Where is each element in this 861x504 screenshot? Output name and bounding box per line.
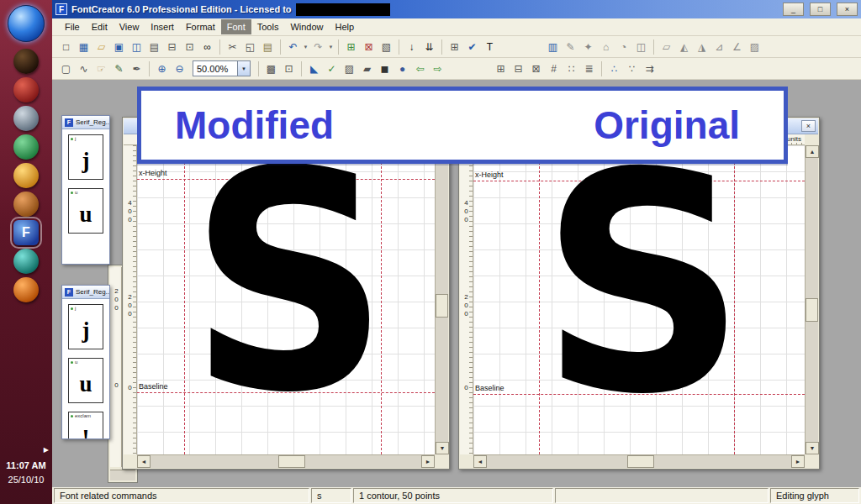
snap-to-metrics-icon[interactable]: ≣ — [580, 60, 598, 77]
redo-icon[interactable]: ↷ — [309, 38, 327, 55]
curve-mode-icon[interactable]: ● — [394, 60, 411, 77]
zoom-in-icon[interactable]: ⊕ — [153, 60, 171, 77]
menu-file[interactable]: File — [59, 19, 86, 34]
taskbar-app-icon-3[interactable] — [13, 106, 39, 131]
font-overview-icon[interactable]: ▦ — [75, 38, 92, 55]
menu-help[interactable]: Help — [330, 19, 361, 34]
resize-grip[interactable] — [435, 454, 448, 468]
glyph-properties-icon[interactable]: ▧ — [378, 38, 395, 55]
sidebar-expand-arrow[interactable]: ▶ — [44, 446, 49, 454]
show-metric-lines-icon[interactable]: ⊠ — [527, 60, 545, 77]
glyph-canvas-modified[interactable]: x-Height Baseline S — [137, 145, 435, 454]
cut-icon[interactable]: ✂ — [224, 38, 241, 55]
maximize-button[interactable]: □ — [810, 3, 831, 16]
transform-skew-icon[interactable]: ▱ — [658, 38, 675, 55]
transform-scale-icon[interactable]: ∠ — [728, 38, 746, 55]
taskbar-app-icon-5[interactable] — [13, 163, 39, 188]
test-font-icon[interactable]: T — [481, 38, 499, 55]
vertical-scrollbar[interactable]: ▲ ▼ — [805, 145, 818, 454]
validate-font-icon[interactable]: ✔ — [463, 38, 481, 55]
glyph-cell-j[interactable]: jj — [68, 134, 103, 180]
join-contours-icon[interactable]: ▨ — [341, 60, 358, 77]
transform-rotate-icon[interactable]: ◭ — [675, 38, 693, 55]
scroll-right-icon[interactable]: ► — [791, 455, 805, 468]
palette-titlebar[interactable]: F Serif_Reg... — [62, 286, 109, 299]
vertical-ruler[interactable]: 400 200 0 — [460, 145, 473, 454]
taskbar-app-icon-1[interactable] — [13, 49, 39, 74]
transform-mirror-icon[interactable]: ◮ — [693, 38, 710, 55]
menu-view[interactable]: View — [114, 19, 145, 34]
save-font-icon[interactable]: ▣ — [110, 38, 128, 55]
scrollbar-thumb[interactable] — [278, 455, 305, 468]
menu-window[interactable]: Window — [284, 19, 329, 34]
autonaming-icon[interactable]: ⇊ — [420, 38, 438, 55]
toggle-overview-panel-icon[interactable]: ▥ — [544, 38, 562, 55]
undo-dropdown-icon[interactable]: ▼ — [302, 45, 309, 50]
show-directions-icon[interactable]: ⇉ — [641, 60, 658, 77]
print-preview-icon[interactable]: ⊡ — [181, 38, 198, 55]
zoom-dropdown-arrow-icon[interactable]: ▼ — [237, 61, 250, 76]
glyph-cell-u[interactable]: uu — [68, 358, 103, 403]
redo-dropdown-icon[interactable]: ▼ — [327, 45, 335, 50]
export-font-icon[interactable]: ▤ — [145, 38, 163, 55]
glyph-cell-exclam[interactable]: exclam! — [68, 412, 103, 438]
transform-slant-icon[interactable]: ⊿ — [710, 38, 728, 55]
vertical-scrollbar[interactable]: ▲ ▼ — [435, 145, 448, 454]
vertical-ruler[interactable]: 400 200 0 — [124, 145, 137, 454]
hand-tool-icon[interactable]: ☞ — [92, 60, 110, 77]
paste-icon[interactable]: ▤ — [259, 38, 277, 55]
show-guidelines-icon[interactable]: ⊟ — [510, 60, 527, 77]
toggle-transform-panel-icon[interactable]: ✦ — [579, 38, 597, 55]
save-all-icon[interactable]: ◫ — [128, 38, 145, 55]
codepage-mapping-icon[interactable]: ⊞ — [446, 38, 463, 55]
glyph-cell-u[interactable]: uu — [68, 188, 103, 234]
contour-direction-icon[interactable]: ◣ — [305, 60, 323, 77]
new-font-icon[interactable]: □ — [57, 38, 75, 55]
scroll-down-icon[interactable]: ▼ — [806, 442, 819, 454]
toggle-comparison-panel-icon[interactable]: ◫ — [632, 38, 650, 55]
copy-icon[interactable]: ◱ — [241, 38, 259, 55]
menu-insert[interactable]: Insert — [145, 19, 180, 34]
zoom-rectangle-icon[interactable]: ▩ — [262, 60, 280, 77]
title-bar[interactable]: F FontCreator 6.0 Professional Edition -… — [52, 0, 861, 18]
scroll-up-icon[interactable]: ▲ — [806, 145, 819, 158]
previous-glyph-icon[interactable]: ⇦ — [411, 60, 429, 77]
minimize-button[interactable]: _ — [783, 3, 804, 16]
background-window-scrollbar[interactable] — [110, 470, 135, 480]
next-glyph-icon[interactable]: ⇨ — [429, 60, 446, 77]
outline-mode-icon[interactable]: ▰ — [358, 60, 376, 77]
toggle-kerning-panel-icon[interactable]: ◔ — [615, 38, 632, 55]
taskbar-app-icon-2[interactable] — [13, 77, 39, 102]
glyph-shape-original[interactable]: S — [540, 145, 747, 436]
zoom-out-icon[interactable]: ⊖ — [171, 60, 188, 77]
zoom-to-glyph-icon[interactable]: ⊡ — [280, 60, 298, 77]
delete-glyph-icon[interactable]: ⊠ — [360, 38, 378, 55]
snap-to-guidelines-icon[interactable]: ∷ — [563, 60, 580, 77]
fill-mode-icon[interactable]: ◼ — [376, 60, 394, 77]
draw-contours-tool-icon[interactable]: ✎ — [110, 60, 128, 77]
lasso-tool-icon[interactable]: ∿ — [75, 60, 92, 77]
scrollbar-thumb[interactable] — [806, 298, 818, 322]
taskbar-app-icon-4[interactable] — [13, 134, 39, 160]
scroll-left-icon[interactable]: ◄ — [137, 455, 151, 468]
taskbar-app-icon-9[interactable] — [13, 277, 39, 302]
open-font-icon[interactable]: ▱ — [92, 38, 110, 55]
toggle-preview-panel-icon[interactable]: ▨ — [746, 38, 763, 55]
show-points-icon[interactable]: ∴ — [605, 60, 623, 77]
glyph-cell-j[interactable]: jj — [68, 304, 103, 349]
menu-font[interactable]: Font — [221, 19, 251, 34]
scrollbar-thumb[interactable] — [436, 294, 448, 318]
show-point-numbers-icon[interactable]: ∵ — [623, 60, 641, 77]
validate-contour-icon[interactable]: ✓ — [323, 60, 341, 77]
scroll-down-icon[interactable]: ▼ — [436, 442, 449, 454]
horizontal-scrollbar[interactable]: ◄ ► — [137, 454, 435, 468]
find-glyph-icon[interactable]: ∞ — [198, 38, 216, 55]
scrollbar-thumb[interactable] — [627, 455, 654, 468]
taskbar-app-icon-6[interactable] — [13, 192, 39, 217]
glyph-canvas-original[interactable]: x-Height Baseline S — [473, 145, 805, 454]
menu-tools[interactable]: Tools — [251, 19, 285, 34]
zoom-level-value[interactable]: 50.00% — [193, 64, 237, 74]
zoom-combobox[interactable]: 50.00%▼ — [193, 60, 251, 76]
close-button[interactable]: × — [837, 3, 858, 16]
resize-grip[interactable] — [805, 454, 818, 468]
